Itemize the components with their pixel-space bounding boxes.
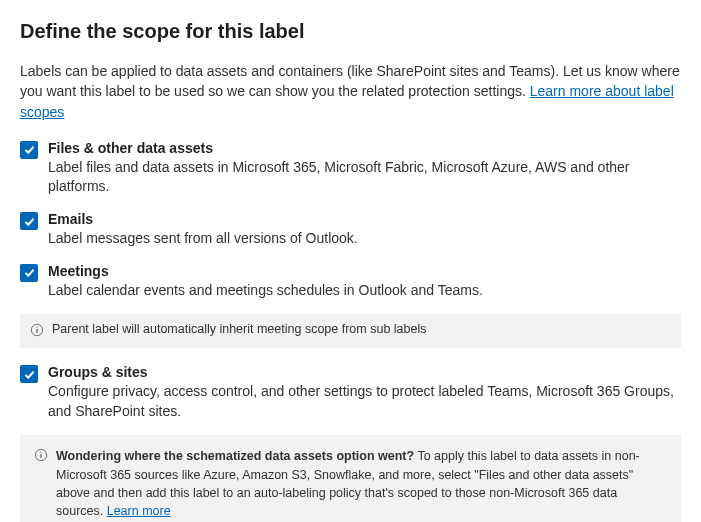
checkmark-icon <box>23 143 36 156</box>
info-icon <box>30 323 44 340</box>
checkmark-icon <box>23 215 36 228</box>
checkbox-files[interactable] <box>20 141 38 159</box>
inherit-info-bar: Parent label will automatically inherit … <box>20 314 681 348</box>
schematized-info-text: Wondering where the schematized data ass… <box>56 447 667 520</box>
svg-point-5 <box>40 452 41 453</box>
page-title: Define the scope for this label <box>20 20 681 43</box>
option-desc: Label files and data assets in Microsoft… <box>48 158 681 197</box>
schematized-info-bar: Wondering where the schematized data ass… <box>20 435 681 522</box>
option-title: Emails <box>48 211 681 227</box>
schematized-bold: Wondering where the schematized data ass… <box>56 449 414 463</box>
option-title: Groups & sites <box>48 364 681 380</box>
checkmark-icon <box>23 266 36 279</box>
checkbox-emails[interactable] <box>20 212 38 230</box>
option-emails: Emails Label messages sent from all vers… <box>20 211 681 249</box>
option-title: Files & other data assets <box>48 140 681 156</box>
option-groups: Groups & sites Configure privacy, access… <box>20 364 681 421</box>
checkbox-meetings[interactable] <box>20 264 38 282</box>
checkbox-groups[interactable] <box>20 365 38 383</box>
option-desc: Label calendar events and meetings sched… <box>48 281 681 301</box>
option-desc: Configure privacy, access control, and o… <box>48 382 681 421</box>
option-desc: Label messages sent from all versions of… <box>48 229 681 249</box>
inherit-info-text: Parent label will automatically inherit … <box>52 322 427 336</box>
svg-point-2 <box>36 327 37 328</box>
option-title: Meetings <box>48 263 681 279</box>
learn-more-schematized-link[interactable]: Learn more <box>107 504 171 518</box>
intro-text: Labels can be applied to data assets and… <box>20 61 681 122</box>
option-meetings: Meetings Label calendar events and meeti… <box>20 263 681 301</box>
option-files: Files & other data assets Label files an… <box>20 140 681 197</box>
checkmark-icon <box>23 368 36 381</box>
info-icon <box>34 448 48 467</box>
